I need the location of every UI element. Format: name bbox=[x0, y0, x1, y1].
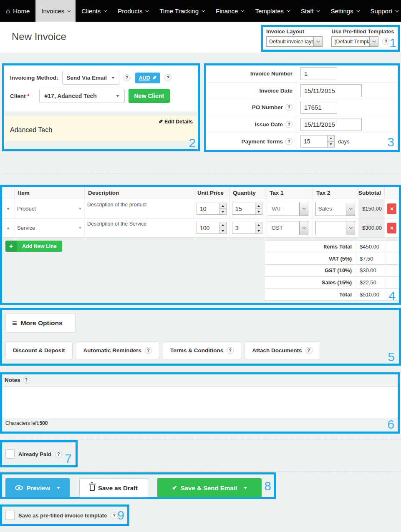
chevron-down-icon bbox=[349, 225, 352, 228]
delete-row-button[interactable]: × bbox=[387, 223, 396, 233]
stepper-arrows[interactable] bbox=[255, 203, 262, 214]
nav-item-home[interactable]: ⌂ Home bbox=[0, 0, 35, 22]
nav-label: Home bbox=[13, 8, 30, 15]
tax2-select[interactable]: Sales bbox=[315, 202, 355, 216]
select-button[interactable] bbox=[369, 37, 378, 46]
po-number-input[interactable] bbox=[300, 101, 337, 114]
notes-textarea[interactable] bbox=[2, 386, 398, 418]
help-icon[interactable]: ? bbox=[227, 347, 234, 354]
quantity-stepper[interactable]: 3 bbox=[232, 222, 262, 234]
unit-price-stepper[interactable]: 100 bbox=[197, 222, 227, 234]
help-icon[interactable]: ? bbox=[23, 376, 30, 384]
terms-conditions-button[interactable]: Terms & Conditions? bbox=[163, 341, 241, 359]
save-send-email-button[interactable]: ✔ Save & Send Email bbox=[157, 478, 262, 497]
nav-item-staff[interactable]: Staff bbox=[295, 0, 325, 22]
help-icon[interactable]: ? bbox=[111, 512, 118, 519]
step-up-icon bbox=[257, 224, 260, 226]
save-as-draft-button[interactable]: Save as Draft bbox=[79, 478, 148, 497]
item-select[interactable]: Service bbox=[17, 225, 82, 231]
button-label: Terms & Conditions bbox=[170, 347, 223, 354]
nav-label: Settings bbox=[330, 8, 353, 15]
help-icon[interactable]: ? bbox=[285, 138, 293, 145]
payment-terms-label: Payment Terms bbox=[241, 138, 283, 145]
client-select[interactable]: #17, Adanced Tech bbox=[39, 89, 125, 103]
nav-item-time-tracking[interactable]: Time Tracking bbox=[154, 0, 210, 22]
select-button[interactable] bbox=[313, 37, 322, 46]
currency-button[interactable]: AUD ✎ bbox=[135, 73, 161, 83]
caret-down-icon[interactable] bbox=[57, 487, 60, 489]
discount-deposit-button[interactable]: Discount & Deposit bbox=[5, 341, 73, 359]
total-value: $7.50 bbox=[356, 253, 384, 265]
nav-item-support[interactable]: Support bbox=[365, 0, 401, 22]
payment-terms-row: Payment Terms? 15 days bbox=[206, 133, 398, 150]
payment-terms-stepper[interactable]: 15 bbox=[300, 135, 335, 148]
select-button[interactable] bbox=[346, 202, 355, 216]
issue-date-input[interactable] bbox=[300, 118, 362, 131]
invoicing-method-dropdown[interactable]: Send Via Email bbox=[62, 71, 119, 85]
po-number-label: PO Number bbox=[252, 104, 283, 110]
invoice-number-input[interactable] bbox=[300, 67, 337, 80]
save-send-label: Save & Send Email bbox=[181, 484, 237, 492]
help-icon[interactable]: ? bbox=[164, 74, 171, 81]
select-button[interactable] bbox=[346, 221, 355, 235]
stepper-arrows[interactable] bbox=[219, 203, 226, 214]
page-title: New Invoice bbox=[12, 31, 66, 43]
client-name: Adanced Tech bbox=[10, 126, 52, 134]
edit-details-link[interactable]: ✎ Edit Details bbox=[159, 118, 193, 125]
tax2-select[interactable] bbox=[315, 221, 355, 235]
annotation-number: 8 bbox=[264, 480, 271, 492]
unit-price-stepper[interactable]: 10 bbox=[197, 203, 227, 215]
prefilled-template-select[interactable]: (Default Template) bbox=[331, 36, 378, 47]
help-icon[interactable]: ? bbox=[124, 74, 131, 81]
description-input[interactable]: Description of the Service bbox=[87, 218, 146, 227]
more-options-label: More Options bbox=[21, 319, 63, 327]
chevron-down-icon bbox=[356, 8, 360, 12]
save-template-checkbox[interactable] bbox=[5, 511, 15, 520]
item-row: ▼ Product Description of the product 10 … bbox=[2, 199, 399, 218]
nav-item-settings[interactable]: Settings bbox=[325, 0, 364, 22]
select-button[interactable] bbox=[299, 202, 308, 216]
stepper-arrows[interactable] bbox=[255, 222, 262, 233]
caret-down-icon[interactable] bbox=[244, 487, 247, 489]
help-icon[interactable]: ? bbox=[285, 104, 293, 111]
help-icon[interactable]: ? bbox=[145, 347, 152, 354]
help-icon[interactable]: ? bbox=[285, 121, 293, 128]
stepper-arrows[interactable] bbox=[327, 136, 334, 147]
more-options-tab[interactable]: ≡ More Options bbox=[5, 313, 76, 333]
description-input[interactable]: Description of the product bbox=[87, 199, 146, 208]
automatic-reminders-button[interactable]: Automatic Reminders? bbox=[76, 341, 160, 359]
nav-item-clients[interactable]: Clients bbox=[76, 0, 112, 22]
preview-button[interactable]: Preview bbox=[5, 478, 70, 497]
nav-item-products[interactable]: Products bbox=[112, 0, 154, 22]
tax1-select[interactable]: GST bbox=[269, 221, 308, 235]
tax1-value: VAT bbox=[269, 202, 299, 216]
caret-down-icon bbox=[79, 208, 82, 209]
annotation-number: 5 bbox=[388, 351, 395, 363]
help-icon[interactable]: ? bbox=[55, 451, 62, 458]
annotation-box-7: Already Paid ? 7 bbox=[0, 440, 78, 467]
move-row-up-icon[interactable]: ▲ bbox=[6, 226, 10, 230]
nav-item-invoices[interactable]: Invoices bbox=[35, 0, 76, 22]
tax1-select[interactable]: VAT bbox=[269, 202, 308, 216]
invoice-layout-select[interactable]: Default invoice layout bbox=[266, 36, 323, 47]
help-icon[interactable]: ? bbox=[305, 347, 313, 354]
move-row-down-icon[interactable]: ▼ bbox=[6, 207, 10, 211]
quantity-stepper[interactable]: 15 bbox=[232, 203, 262, 215]
new-client-button[interactable]: New Client bbox=[129, 89, 170, 103]
item-select[interactable]: Product bbox=[17, 206, 82, 212]
delete-row-button[interactable]: × bbox=[387, 203, 396, 214]
stepper-arrows[interactable] bbox=[219, 222, 226, 233]
help-icon[interactable]: ? bbox=[382, 38, 389, 45]
attach-documents-button[interactable]: Attach Documents? bbox=[245, 341, 320, 359]
add-new-line-button[interactable]: + Add New Line bbox=[5, 241, 62, 252]
nav-item-finance[interactable]: Finance bbox=[210, 0, 249, 22]
nav-label: Clients bbox=[81, 8, 101, 15]
already-paid-checkbox[interactable] bbox=[5, 449, 15, 459]
tax2-value: Sales bbox=[316, 202, 346, 216]
totals-table: Items Total$450.00 VAT (5%)$7.50 GST (10… bbox=[265, 241, 399, 301]
quantity-value: 15 bbox=[232, 203, 255, 214]
totals-row: VAT (5%)$7.50 bbox=[265, 253, 399, 265]
select-button[interactable] bbox=[299, 221, 308, 235]
invoice-date-input[interactable] bbox=[300, 84, 362, 97]
nav-item-templates[interactable]: Templates bbox=[249, 0, 295, 22]
